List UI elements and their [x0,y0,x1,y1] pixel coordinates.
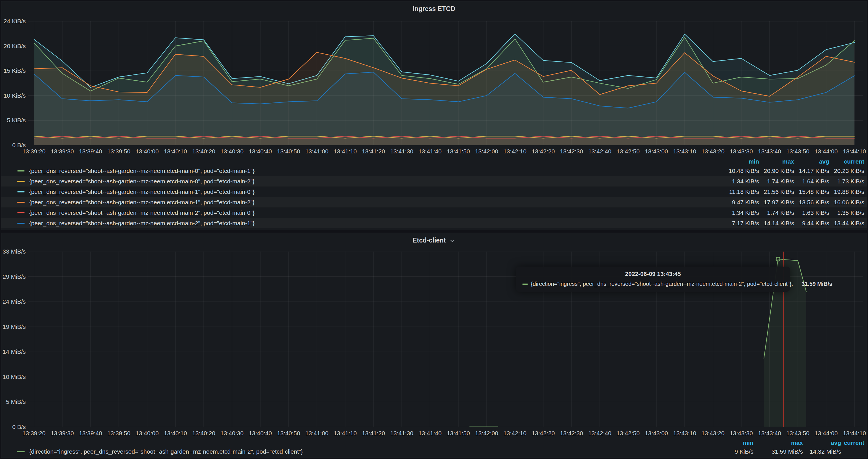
legend-header-min[interactable]: min [711,439,753,446]
series-color-dash [17,451,25,452]
x-tick-label: 13:41:10 [330,148,361,155]
legend-series-label[interactable]: {peer_dns_reversed="shoot--ash-garden--m… [29,188,724,195]
legend-series-label[interactable]: {direction="ingress", peer_dns_reversed=… [29,448,711,455]
legend-header-avg[interactable]: avg [803,439,841,446]
legend-avg-value: 13.56 KiB/s [794,199,829,206]
tooltip-series-label: {direction="ingress", peer_dns_reversed=… [531,281,793,287]
tooltip-series-dash [522,283,528,285]
x-tick-label: 13:42:10 [499,148,530,155]
legend-series-label[interactable]: {peer_dns_reversed="shoot--ash-garden--m… [29,199,724,206]
legend-row: {peer_dns_reversed="shoot--ash-garden--m… [1,176,867,186]
x-tick-label: 13:41:30 [386,148,417,155]
legend-row: {peer_dns_reversed="shoot--ash-garden--m… [1,218,867,228]
x-tick-label: 13:40:10 [160,148,191,155]
x-tick-label: 13:44:10 [839,148,868,155]
legend-series-label[interactable]: {peer_dns_reversed="shoot--ash-garden--m… [29,209,724,216]
legend-row: {peer_dns_reversed="shoot--ash-garden--m… [1,197,867,208]
x-tick-label: 13:40:30 [216,430,248,437]
legend-header-row: minmaxavgcurrent [1,158,867,165]
x-tick-label: 13:41:00 [301,148,333,155]
x-tick-label: 13:42:10 [499,430,530,437]
x-tick-label: 13:40:00 [131,430,163,437]
legend-current-value: 1.73 KiB/s [829,178,864,185]
x-tick-label: 13:42:30 [556,430,587,437]
legend-header-max[interactable]: max [753,439,803,446]
y-tick-label: 10 KiB/s [1,92,26,99]
ingress-etcd-chart[interactable] [28,21,863,145]
y-tick-label: 0 B/s [1,142,26,149]
y-tick-label: 24 KiB/s [1,18,26,25]
legend-row: {peer_dns_reversed="shoot--ash-garden--m… [1,208,867,218]
legend-etcd-client: minmaxavgcurrent {direction="ingress", p… [1,439,867,456]
legend-max-value: 17.97 KiB/s [759,199,794,206]
x-tick-label: 13:39:50 [103,148,134,155]
y-tick-label: 19 MiB/s [1,324,26,330]
legend-max-value: 20.90 KiB/s [759,167,794,174]
x-tick-label: 13:41:30 [386,430,417,437]
x-tick-label: 13:40:20 [188,148,219,155]
x-tick-label: 13:43:50 [782,430,813,437]
tooltip-series-row: {direction="ingress", peer_dns_reversed=… [522,281,784,287]
series-color-dash [17,212,25,213]
x-tick-label: 13:43:30 [726,430,757,437]
legend-min-value: 9.47 KiB/s [724,199,759,206]
series-color-dash [17,181,25,182]
x-tick-label: 13:39:50 [103,430,134,437]
x-tick-label: 13:43:30 [726,148,757,155]
x-tick-label: 13:42:20 [528,148,559,155]
x-tick-label: 13:40:50 [273,148,304,155]
x-tick-label: 13:39:40 [75,430,106,437]
legend-row: {peer_dns_reversed="shoot--ash-garden--m… [1,165,867,176]
chevron-down-icon[interactable] [449,238,456,244]
legend-max-value: 1.74 KiB/s [759,178,794,185]
legend-avg-value: 14.17 KiB/s [794,167,829,174]
legend-current-value: 19.88 KiB/s [829,188,864,195]
legend-min-value: 1.34 KiB/s [724,178,759,185]
x-tick-label: 13:40:20 [188,430,219,437]
x-tick-label: 13:41:10 [330,430,361,437]
legend-max-value: 31.59 MiB/s [753,448,803,455]
y-tick-label: 5 MiB/s [1,398,26,405]
x-tick-label: 13:40:40 [245,430,276,437]
legend-header-max[interactable]: max [759,158,794,165]
legend-avg-value: 9.44 KiB/s [794,220,829,227]
x-tick-label: 13:41:40 [414,148,445,155]
legend-header-row: minmaxavgcurrent [1,439,867,447]
tooltip-timestamp: 2022-06-09 13:43:45 [522,271,784,277]
series-color-dash [17,171,25,172]
legend-avg-value: 15.48 KiB/s [794,188,829,195]
y-tick-label: 15 KiB/s [1,67,26,74]
y-tick-label: 0 B/s [1,424,26,430]
x-tick-label: 13:41:20 [358,148,389,155]
panel-etcd-client: Etcd-client 33 MiB/s29 MiB/s24 MiB/s19 M… [1,233,867,458]
panel-title-text: Etcd-client [412,237,446,244]
series-color-dash [17,223,25,224]
legend-max-value: 1.74 KiB/s [759,209,794,216]
legend-min-value: 9 KiB/s [711,448,753,455]
series-color-dash [17,202,25,203]
y-tick-label: 5 KiB/s [1,117,26,124]
legend-current-value: 1.35 KiB/s [829,209,864,216]
legend-header-min[interactable]: min [724,158,759,165]
panel-title-etcd-client[interactable]: Etcd-client [1,233,867,248]
x-tick-label: 13:43:00 [641,430,672,437]
panel-title-ingress-etcd[interactable]: Ingress ETCD [1,1,867,16]
x-tick-label: 13:39:20 [19,148,50,155]
legend-header-avg[interactable]: avg [794,158,829,165]
y-tick-label: 24 MiB/s [1,298,26,305]
legend-header-current[interactable]: current [829,158,864,165]
legend-header-current[interactable]: current [841,439,864,446]
x-tick-label: 13:42:00 [471,148,502,155]
legend-avg-value: 14.32 MiB/s [803,448,841,455]
legend-max-value: 14.14 KiB/s [759,220,794,227]
legend-current-value: 13.44 KiB/s [829,220,864,227]
legend-min-value: 10.48 KiB/s [724,167,759,174]
legend-min-value: 1.34 KiB/s [724,209,759,216]
x-tick-label: 13:43:40 [754,148,785,155]
x-tick-label: 13:40:50 [273,430,304,437]
legend-series-label[interactable]: {peer_dns_reversed="shoot--ash-garden--m… [29,167,724,174]
legend-max-value: 21.56 KiB/s [759,188,794,195]
legend-current-value: 20.23 KiB/s [829,167,864,174]
legend-series-label[interactable]: {peer_dns_reversed="shoot--ash-garden--m… [29,220,724,227]
legend-series-label[interactable]: {peer_dns_reversed="shoot--ash-garden--m… [29,178,724,185]
